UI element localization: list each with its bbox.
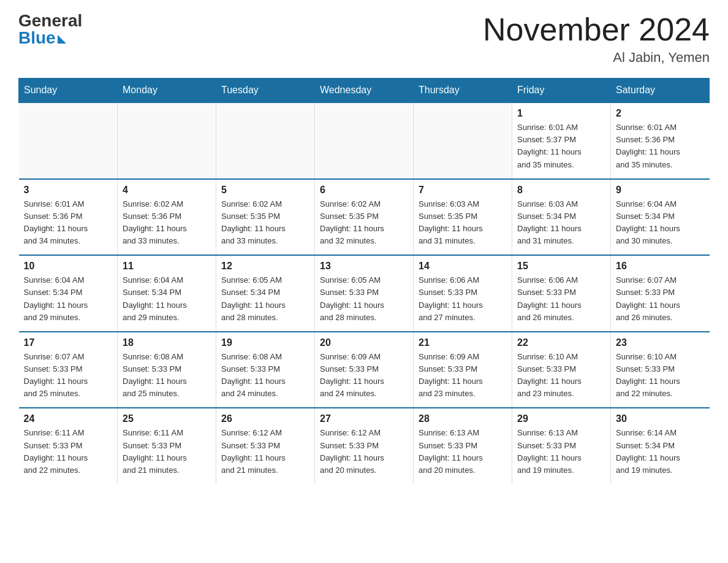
calendar-week-2: 3Sunrise: 6:01 AM Sunset: 5:36 PM Daylig… — [19, 179, 710, 256]
day-number: 16 — [616, 261, 705, 272]
page-header: General Blue November 2024 Al Jabin, Yem… — [18, 12, 710, 66]
logo-blue-label: Blue — [18, 29, 56, 47]
day-number: 9 — [616, 185, 705, 196]
calendar-cell — [118, 102, 216, 179]
calendar-body: 1Sunrise: 6:01 AM Sunset: 5:37 PM Daylig… — [19, 102, 710, 484]
day-number: 3 — [24, 185, 113, 196]
calendar-header: SundayMondayTuesdayWednesdayThursdayFrid… — [19, 79, 710, 103]
day-number: 24 — [24, 413, 113, 424]
day-info: Sunrise: 6:03 AM Sunset: 5:35 PM Dayligh… — [419, 198, 507, 248]
calendar-cell: 9Sunrise: 6:04 AM Sunset: 5:34 PM Daylig… — [611, 179, 710, 256]
day-info: Sunrise: 6:10 AM Sunset: 5:33 PM Dayligh… — [517, 351, 605, 400]
day-info: Sunrise: 6:11 AM Sunset: 5:33 PM Dayligh… — [123, 427, 211, 477]
day-number: 28 — [419, 413, 507, 424]
day-number: 7 — [419, 185, 507, 196]
weekday-header-thursday: Thursday — [414, 79, 512, 103]
day-info: Sunrise: 6:02 AM Sunset: 5:35 PM Dayligh… — [221, 198, 309, 248]
day-number: 30 — [616, 413, 705, 424]
calendar-cell: 27Sunrise: 6:12 AM Sunset: 5:33 PM Dayli… — [315, 408, 414, 484]
calendar-cell: 16Sunrise: 6:07 AM Sunset: 5:33 PM Dayli… — [611, 255, 710, 332]
calendar-cell: 25Sunrise: 6:11 AM Sunset: 5:33 PM Dayli… — [118, 408, 216, 484]
day-number: 27 — [320, 413, 408, 424]
day-info: Sunrise: 6:07 AM Sunset: 5:33 PM Dayligh… — [616, 274, 705, 324]
day-info: Sunrise: 6:06 AM Sunset: 5:33 PM Dayligh… — [517, 274, 605, 324]
calendar-cell: 5Sunrise: 6:02 AM Sunset: 5:35 PM Daylig… — [216, 179, 315, 256]
logo-blue-text: Blue — [18, 29, 66, 47]
day-info: Sunrise: 6:11 AM Sunset: 5:33 PM Dayligh… — [24, 427, 113, 477]
calendar-cell: 12Sunrise: 6:05 AM Sunset: 5:34 PM Dayli… — [216, 255, 315, 332]
calendar-subtitle: Al Jabin, Yemen — [483, 50, 710, 66]
weekday-header-friday: Friday — [512, 79, 611, 103]
calendar-cell: 20Sunrise: 6:09 AM Sunset: 5:33 PM Dayli… — [315, 332, 414, 408]
calendar-week-1: 1Sunrise: 6:01 AM Sunset: 5:37 PM Daylig… — [19, 102, 710, 179]
calendar-cell: 1Sunrise: 6:01 AM Sunset: 5:37 PM Daylig… — [512, 102, 611, 179]
day-info: Sunrise: 6:13 AM Sunset: 5:33 PM Dayligh… — [517, 427, 605, 477]
day-info: Sunrise: 6:14 AM Sunset: 5:34 PM Dayligh… — [616, 427, 705, 477]
calendar-week-4: 17Sunrise: 6:07 AM Sunset: 5:33 PM Dayli… — [19, 332, 710, 408]
calendar-cell: 23Sunrise: 6:10 AM Sunset: 5:33 PM Dayli… — [611, 332, 710, 408]
weekday-header-monday: Monday — [118, 79, 216, 103]
calendar-cell: 18Sunrise: 6:08 AM Sunset: 5:33 PM Dayli… — [118, 332, 216, 408]
logo-general-text: General — [18, 12, 82, 29]
calendar-cell: 14Sunrise: 6:06 AM Sunset: 5:33 PM Dayli… — [414, 255, 512, 332]
calendar-cell: 28Sunrise: 6:13 AM Sunset: 5:33 PM Dayli… — [414, 408, 512, 484]
calendar-table: SundayMondayTuesdayWednesdayThursdayFrid… — [18, 78, 710, 484]
day-info: Sunrise: 6:01 AM Sunset: 5:37 PM Dayligh… — [517, 121, 605, 171]
calendar-cell: 15Sunrise: 6:06 AM Sunset: 5:33 PM Dayli… — [512, 255, 611, 332]
calendar-week-3: 10Sunrise: 6:04 AM Sunset: 5:34 PM Dayli… — [19, 255, 710, 332]
day-number: 15 — [517, 261, 605, 272]
calendar-cell — [216, 102, 315, 179]
calendar-cell: 10Sunrise: 6:04 AM Sunset: 5:34 PM Dayli… — [19, 255, 118, 332]
day-info: Sunrise: 6:09 AM Sunset: 5:33 PM Dayligh… — [419, 351, 507, 400]
day-number: 22 — [517, 337, 605, 348]
day-info: Sunrise: 6:08 AM Sunset: 5:33 PM Dayligh… — [221, 351, 309, 400]
day-info: Sunrise: 6:08 AM Sunset: 5:33 PM Dayligh… — [123, 351, 211, 400]
day-number: 6 — [320, 185, 408, 196]
day-info: Sunrise: 6:06 AM Sunset: 5:33 PM Dayligh… — [419, 274, 507, 324]
calendar-cell: 26Sunrise: 6:12 AM Sunset: 5:33 PM Dayli… — [216, 408, 315, 484]
day-number: 21 — [419, 337, 507, 348]
calendar-cell — [315, 102, 414, 179]
day-info: Sunrise: 6:01 AM Sunset: 5:36 PM Dayligh… — [24, 198, 113, 248]
day-info: Sunrise: 6:13 AM Sunset: 5:33 PM Dayligh… — [419, 427, 507, 477]
calendar-week-5: 24Sunrise: 6:11 AM Sunset: 5:33 PM Dayli… — [19, 408, 710, 484]
weekday-header-row: SundayMondayTuesdayWednesdayThursdayFrid… — [19, 79, 710, 103]
day-number: 5 — [221, 185, 309, 196]
calendar-cell: 17Sunrise: 6:07 AM Sunset: 5:33 PM Dayli… — [19, 332, 118, 408]
day-number: 4 — [123, 185, 211, 196]
day-info: Sunrise: 6:04 AM Sunset: 5:34 PM Dayligh… — [616, 198, 705, 248]
calendar-cell: 7Sunrise: 6:03 AM Sunset: 5:35 PM Daylig… — [414, 179, 512, 256]
day-info: Sunrise: 6:12 AM Sunset: 5:33 PM Dayligh… — [320, 427, 408, 477]
day-number: 14 — [419, 261, 507, 272]
day-number: 20 — [320, 337, 408, 348]
day-number: 29 — [517, 413, 605, 424]
weekday-header-tuesday: Tuesday — [216, 79, 315, 103]
calendar-cell: 8Sunrise: 6:03 AM Sunset: 5:34 PM Daylig… — [512, 179, 611, 256]
calendar-cell: 2Sunrise: 6:01 AM Sunset: 5:36 PM Daylig… — [611, 102, 710, 179]
calendar-cell: 13Sunrise: 6:05 AM Sunset: 5:33 PM Dayli… — [315, 255, 414, 332]
calendar-cell: 22Sunrise: 6:10 AM Sunset: 5:33 PM Dayli… — [512, 332, 611, 408]
calendar-title: November 2024 — [483, 12, 710, 47]
day-info: Sunrise: 6:04 AM Sunset: 5:34 PM Dayligh… — [24, 274, 113, 324]
day-info: Sunrise: 6:02 AM Sunset: 5:35 PM Dayligh… — [320, 198, 408, 248]
calendar-cell: 29Sunrise: 6:13 AM Sunset: 5:33 PM Dayli… — [512, 408, 611, 484]
day-number: 23 — [616, 337, 705, 348]
calendar-cell: 24Sunrise: 6:11 AM Sunset: 5:33 PM Dayli… — [19, 408, 118, 484]
calendar-cell: 11Sunrise: 6:04 AM Sunset: 5:34 PM Dayli… — [118, 255, 216, 332]
day-number: 19 — [221, 337, 309, 348]
calendar-cell: 6Sunrise: 6:02 AM Sunset: 5:35 PM Daylig… — [315, 179, 414, 256]
day-number: 2 — [616, 108, 705, 119]
calendar-cell — [414, 102, 512, 179]
day-info: Sunrise: 6:07 AM Sunset: 5:33 PM Dayligh… — [24, 351, 113, 400]
calendar-cell — [19, 102, 118, 179]
calendar-cell: 30Sunrise: 6:14 AM Sunset: 5:34 PM Dayli… — [611, 408, 710, 484]
title-block: November 2024 Al Jabin, Yemen — [483, 12, 710, 66]
day-info: Sunrise: 6:01 AM Sunset: 5:36 PM Dayligh… — [616, 121, 705, 171]
calendar-cell: 21Sunrise: 6:09 AM Sunset: 5:33 PM Dayli… — [414, 332, 512, 408]
day-number: 1 — [517, 108, 605, 119]
day-number: 10 — [24, 261, 113, 272]
day-number: 11 — [123, 261, 211, 272]
weekday-header-wednesday: Wednesday — [315, 79, 414, 103]
calendar-cell: 4Sunrise: 6:02 AM Sunset: 5:36 PM Daylig… — [118, 179, 216, 256]
weekday-header-sunday: Sunday — [19, 79, 118, 103]
